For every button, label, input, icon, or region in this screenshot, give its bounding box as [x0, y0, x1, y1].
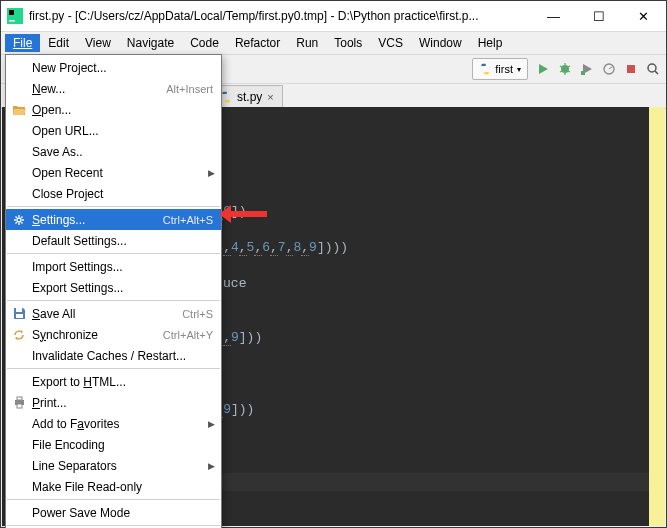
- svg-rect-9: [16, 308, 22, 312]
- svg-point-7: [648, 64, 656, 72]
- menubar: File Edit View Navigate Code Refactor Ru…: [1, 32, 666, 55]
- python-file-icon: [479, 63, 491, 75]
- dropdown-icon: ▾: [517, 65, 521, 74]
- svg-rect-4: [581, 71, 585, 75]
- menu-item-close-project[interactable]: Close Project: [6, 183, 221, 204]
- close-button[interactable]: ✕: [621, 1, 666, 31]
- menu-vcs[interactable]: VCS: [370, 34, 411, 52]
- menu-item-open-url[interactable]: Open URL...: [6, 120, 221, 141]
- svg-rect-6: [627, 65, 635, 73]
- titlebar: first.py - [C:/Users/cz/AppData/Local/Te…: [1, 1, 666, 32]
- save-icon: [10, 307, 28, 320]
- svg-point-8: [17, 218, 21, 222]
- pycharm-app-icon: [7, 8, 23, 24]
- svg-rect-13: [17, 404, 22, 408]
- menu-item-make-readonly[interactable]: Make File Read-only: [6, 476, 221, 497]
- menu-run[interactable]: Run: [288, 34, 326, 52]
- menu-file[interactable]: File: [5, 34, 40, 52]
- menu-view[interactable]: View: [77, 34, 119, 52]
- menu-item-export-html[interactable]: Export to HTML...: [6, 371, 221, 392]
- menu-item-power-save[interactable]: Power Save Mode: [6, 502, 221, 523]
- menu-refactor[interactable]: Refactor: [227, 34, 288, 52]
- menu-item-save-all[interactable]: Save AllCtrl+S: [6, 303, 221, 324]
- menu-window[interactable]: Window: [411, 34, 470, 52]
- menu-separator: [7, 499, 220, 500]
- menu-item-open[interactable]: Open...: [6, 99, 221, 120]
- sync-icon: [10, 328, 28, 342]
- menu-item-print[interactable]: Print...: [6, 392, 221, 413]
- print-icon: [10, 396, 28, 409]
- menu-item-settings[interactable]: Settings...Ctrl+Alt+S: [6, 209, 221, 230]
- error-stripe[interactable]: [649, 107, 665, 526]
- menu-separator: [7, 253, 220, 254]
- menu-item-add-favorites[interactable]: Add to Favorites▶: [6, 413, 221, 434]
- menu-item-open-recent[interactable]: Open Recent▶: [6, 162, 221, 183]
- tab-label: st.py: [237, 90, 262, 104]
- folder-open-icon: [10, 104, 28, 116]
- run-icon[interactable]: [536, 62, 550, 76]
- svg-rect-1: [9, 10, 14, 15]
- svg-rect-2: [9, 20, 15, 22]
- window-controls: — ☐ ✕: [531, 1, 666, 31]
- run-config-selector[interactable]: first ▾: [472, 58, 528, 80]
- svg-rect-12: [17, 397, 22, 400]
- stop-icon[interactable]: [624, 62, 638, 76]
- menu-item-file-encoding[interactable]: File Encoding: [6, 434, 221, 455]
- svg-rect-10: [16, 314, 23, 318]
- menu-navigate[interactable]: Navigate: [119, 34, 182, 52]
- svg-point-3: [561, 65, 569, 73]
- menu-item-import-settings[interactable]: Import Settings...: [6, 256, 221, 277]
- ide-window: first.py - [C:/Users/cz/AppData/Local/Te…: [0, 0, 667, 528]
- run-coverage-icon[interactable]: [580, 62, 594, 76]
- menu-separator: [7, 206, 220, 207]
- menu-edit[interactable]: Edit: [40, 34, 77, 52]
- gear-icon: [10, 213, 28, 227]
- window-title: first.py - [C:/Users/cz/AppData/Local/Te…: [29, 9, 478, 23]
- menu-item-synchronize[interactable]: SynchronizeCtrl+Alt+Y: [6, 324, 221, 345]
- maximize-button[interactable]: ☐: [576, 1, 621, 31]
- menu-item-export-settings[interactable]: Export Settings...: [6, 277, 221, 298]
- menu-item-default-settings[interactable]: Default Settings...: [6, 230, 221, 251]
- search-icon[interactable]: [646, 62, 660, 76]
- menu-help[interactable]: Help: [470, 34, 511, 52]
- menu-item-save-as[interactable]: Save As..: [6, 141, 221, 162]
- tab-close-icon[interactable]: ×: [267, 91, 273, 103]
- menu-separator: [7, 368, 220, 369]
- menu-item-new[interactable]: New...Alt+Insert: [6, 78, 221, 99]
- menu-item-new-project[interactable]: New Project...: [6, 57, 221, 78]
- menu-item-line-separators[interactable]: Line Separators▶: [6, 455, 221, 476]
- profiler-icon[interactable]: [602, 62, 616, 76]
- file-menu-dropdown: New Project... New...Alt+Insert Open... …: [5, 54, 222, 528]
- debug-icon[interactable]: [558, 62, 572, 76]
- menu-code[interactable]: Code: [182, 34, 227, 52]
- run-config-label: first: [495, 63, 513, 75]
- menu-separator: [7, 525, 220, 526]
- menu-item-invalidate-caches[interactable]: Invalidate Caches / Restart...: [6, 345, 221, 366]
- menu-separator: [7, 300, 220, 301]
- menu-tools[interactable]: Tools: [326, 34, 370, 52]
- minimize-button[interactable]: —: [531, 1, 576, 31]
